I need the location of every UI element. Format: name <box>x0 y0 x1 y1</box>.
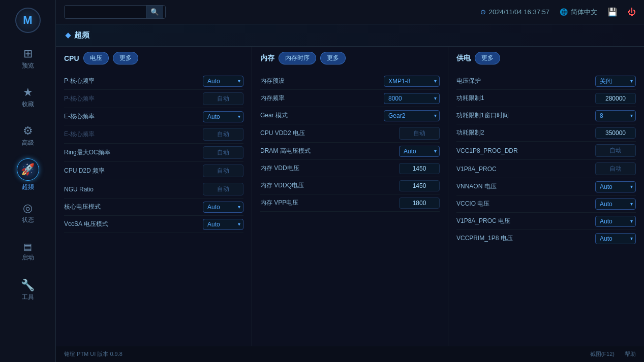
sidebar-item-preview[interactable]: ⊞ 预览 <box>5 41 51 77</box>
setting-label: 功耗限制1 <box>456 94 595 103</box>
setting-label: 功耗限制1窗口时间 <box>456 111 595 120</box>
table-row: P-核心频率 AutoManual ▾ <box>64 73 243 90</box>
table-row: 核心电压模式 AutoManual ▾ <box>64 199 243 216</box>
table-row: VccSA 电压模式 AutoManual ▾ <box>64 216 243 233</box>
version-label: 铭瑄 PTM UI 版本 0.9.8 <box>64 350 122 358</box>
gear-mode-select[interactable]: Gear1Gear2Gear4 <box>384 110 440 121</box>
mem-more-button[interactable]: 更多 <box>320 52 346 64</box>
vnnaon-wrap: AutoManual ▾ <box>595 181 636 192</box>
overclock-icon: 🚀 <box>21 164 35 175</box>
help-label[interactable]: 帮助 <box>625 350 636 358</box>
table-row: 内存预设 XMP1-8XMP2Auto ▾ <box>260 73 440 90</box>
sidebar-item-status[interactable]: ◎ 状态 <box>5 195 51 232</box>
sidebar-label-boot: 启动 <box>22 253 34 262</box>
setting-label: 内存频率 <box>260 94 384 103</box>
setting-label: Ring最大OC频率 <box>64 148 203 157</box>
cpu-column: CPU 电压 更多 P-核心频率 AutoManual ▾ P-核心频率 自动 <box>56 47 252 346</box>
bottombar-right: 截图(F12) 帮助 <box>590 350 636 358</box>
setting-label: Gear 模式 <box>260 111 384 120</box>
advanced-icon: ⚙ <box>23 125 33 137</box>
table-row: E-核心频率 自动 <box>64 125 243 144</box>
table-row: Gear 模式 Gear1Gear2Gear4 ▾ <box>260 107 440 124</box>
mem-freq-select[interactable]: 800060004800 <box>384 93 440 104</box>
vccsa-mode-select[interactable]: AutoManual <box>203 219 243 230</box>
table-row: 功耗限制1 280000 <box>456 90 636 107</box>
p-core-freq-select-wrap: AutoManual ▾ <box>203 76 243 87</box>
vccsa-mode-wrap: AutoManual ▾ <box>203 219 243 230</box>
pwr-more-button[interactable]: 更多 <box>475 52 500 64</box>
v1p8a-volt-wrap: AutoManual ▾ <box>595 216 636 227</box>
v1p8a-auto: 自动 <box>595 162 636 175</box>
e-core-freq-select-wrap: AutoManual ▾ <box>203 111 243 122</box>
sidebar-label-preview: 预览 <box>22 61 34 70</box>
sidebar: M ⊞ 预览 ★ 收藏 ⚙ 高级 🚀 超频 ◎ 状态 ▤ 启动 🔧 工具 <box>0 0 56 362</box>
table-row: VCCIO 电压 AutoManual ▾ <box>456 195 636 213</box>
table-row: 功耗限制2 350000 <box>456 124 636 142</box>
setting-label: 内存预设 <box>260 77 384 85</box>
dram-hv-select[interactable]: AutoManual <box>399 146 440 157</box>
setting-label: 内存 VDD电压 <box>260 164 399 173</box>
core-volt-mode-select[interactable]: AutoManual <box>203 202 243 213</box>
table-row: NGU Ratio 自动 <box>64 180 243 199</box>
search-box: 🔍 <box>64 5 166 19</box>
table-row: VCCPRIM_1P8 电压 AutoManual ▾ <box>456 230 636 247</box>
mem-timing-button[interactable]: 内存时序 <box>279 52 316 64</box>
tools-icon: 🔧 <box>21 280 35 291</box>
p-core-freq-select[interactable]: AutoManual <box>203 76 243 87</box>
pl1-window-wrap: 81632 ▾ <box>595 110 636 121</box>
search-input[interactable] <box>65 6 146 18</box>
setting-label: VCCIO 电压 <box>456 200 595 208</box>
mem-preset-wrap: XMP1-8XMP2Auto ▾ <box>384 76 440 87</box>
boot-icon: ▤ <box>23 242 32 251</box>
screenshot-label[interactable]: 截图(F12) <box>590 350 615 358</box>
preview-icon: ⊞ <box>23 48 33 59</box>
sidebar-item-boot[interactable]: ▤ 启动 <box>5 234 51 270</box>
vnnaon-select[interactable]: AutoManual <box>595 181 636 192</box>
sidebar-label-tools: 工具 <box>22 293 34 302</box>
table-row: 内存 VDD电压 1450 <box>260 160 440 177</box>
sidebar-label-favorites: 收藏 <box>22 100 34 109</box>
sidebar-item-favorites[interactable]: ★ 收藏 <box>5 79 51 116</box>
topbar: 🔍 ⊙ 2024/11/04 16:37:57 🌐 简体中文 💾 ⏻ <box>56 0 644 24</box>
mem-preset-select[interactable]: XMP1-8XMP2Auto <box>384 76 440 87</box>
setting-label: 内存 VPP电压 <box>260 199 399 207</box>
sidebar-label-overclock: 超频 <box>22 183 34 191</box>
status-icon: ◎ <box>23 203 33 214</box>
vccio-wrap: AutoManual ▾ <box>595 199 636 210</box>
vccio-select[interactable]: AutoManual <box>595 199 636 210</box>
content-area: CPU 电压 更多 P-核心频率 AutoManual ▾ P-核心频率 自动 <box>56 47 644 346</box>
power-limit2-value: 350000 <box>595 127 636 139</box>
setting-label-dimmed: E-核心频率 <box>64 130 203 139</box>
vccprim-wrap: AutoManual ▾ <box>595 233 636 244</box>
cpu-more-button[interactable]: 更多 <box>113 52 138 64</box>
cpu-voltage-button[interactable]: 电压 <box>83 52 109 64</box>
topbar-lang[interactable]: 🌐 简体中文 <box>560 8 597 17</box>
topbar-right: ⊙ 2024/11/04 16:37:57 🌐 简体中文 💾 ⏻ <box>480 7 636 17</box>
v1p8a-volt-select[interactable]: AutoManual <box>595 216 636 227</box>
table-row: 内存 VPP电压 1800 <box>260 194 440 212</box>
search-button[interactable]: 🔍 <box>146 6 163 18</box>
table-row: 电压保护 关闭开启 ▾ <box>456 73 636 90</box>
table-row: CPU D2D 频率 自动 <box>64 162 243 180</box>
setting-label: E-核心频率 <box>64 112 203 121</box>
power-icon[interactable]: ⏻ <box>628 8 636 17</box>
setting-label: VCC1P8_PROC_DDR <box>456 147 595 154</box>
sidebar-item-advanced[interactable]: ⚙ 高级 <box>5 118 51 154</box>
sidebar-item-tools[interactable]: 🔧 工具 <box>5 272 51 309</box>
core-volt-mode-wrap: AutoManual ▾ <box>203 202 243 213</box>
cpu-col-title: CPU <box>64 54 79 62</box>
pl1-window-select[interactable]: 81632 <box>595 110 636 121</box>
sidebar-item-overclock[interactable]: 🚀 超频 <box>5 156 51 193</box>
mem-vdd-value: 1450 <box>399 163 440 174</box>
save-icon[interactable]: 💾 <box>607 7 618 17</box>
e-core-freq-auto: 自动 <box>203 128 243 141</box>
vccprim-select[interactable]: AutoManual <box>595 233 636 244</box>
setting-label: V1P8A_PROC 电压 <box>456 217 595 225</box>
table-row: V1P8A_PROC 电压 AutoManual ▾ <box>456 213 636 230</box>
setting-label: V1P8A_PROC <box>456 166 595 173</box>
overclock-icon-wrap: 🚀 <box>17 158 39 181</box>
power-limit1-value: 280000 <box>595 93 636 104</box>
table-row: DRAM 高电压模式 AutoManual ▾ <box>260 143 440 160</box>
volt-protect-select[interactable]: 关闭开启 <box>595 76 636 87</box>
e-core-freq-select[interactable]: AutoManual <box>203 111 243 122</box>
